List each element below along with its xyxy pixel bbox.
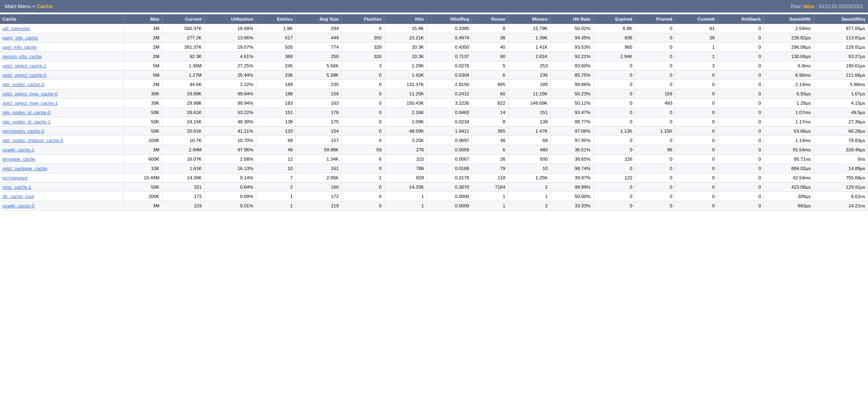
cell-utilization: 48.30%	[204, 117, 256, 127]
cell-name[interactable]: xowiki_cache-0	[0, 201, 123, 211]
cell-avg_size: 235	[296, 80, 341, 89]
cell-misses: 2	[508, 201, 550, 211]
cache-link[interactable]: ns:memoize	[2, 175, 28, 180]
cell-rollback: 0	[717, 99, 764, 108]
cache-link[interactable]: misc_cache-1	[2, 185, 31, 189]
cell-name[interactable]: template_cache	[0, 155, 123, 164]
cell-hits: 2.16K	[384, 108, 426, 117]
cell-name[interactable]: xotcl_package_cache	[0, 164, 123, 173]
cell-reuse: 365	[472, 127, 508, 136]
cell-hit_rate: 99.99%	[551, 183, 594, 192]
cell-name[interactable]: xotcl_object_cache-1	[0, 61, 123, 71]
cell-max: 10K	[123, 164, 162, 173]
cache-link[interactable]: xotcl_object_cache-1	[2, 63, 46, 68]
cell-reuse: 48	[472, 136, 508, 145]
col-utilization: Utilization	[204, 14, 256, 24]
cell-pruned: 0	[635, 155, 675, 164]
cell-name[interactable]: party_info_cache	[0, 33, 123, 43]
cell-name[interactable]: xowiki_cache-1	[0, 145, 123, 155]
cache-table-container: Cache Max Current Utilization Entries Av…	[0, 13, 868, 212]
cache-link[interactable]: xotcl_package_cache	[2, 166, 48, 171]
cell-name[interactable]: user_info_cache	[0, 43, 123, 52]
cell-name[interactable]: site_nodes_children_cache-0	[0, 136, 123, 145]
cell-reuse: 6	[472, 145, 508, 155]
cell-name[interactable]: site_nodes_id_cache-0	[0, 108, 123, 117]
cell-hits_req: 3.2236	[427, 99, 472, 108]
cell-flushes: 0	[341, 99, 384, 108]
cell-max: 100K	[123, 136, 162, 145]
cell-saved_req: 14.21ns	[813, 201, 868, 211]
cache-link[interactable]: site_nodes_children_cache-0	[2, 138, 63, 143]
cell-name[interactable]: xotcl_object_type_cache-1	[0, 99, 123, 108]
cell-name[interactable]: permission_cache-0	[0, 127, 123, 136]
cache-link[interactable]: xotcl_object_cache-0	[2, 73, 46, 77]
cache-link[interactable]: site_nodes_id_cache-0	[2, 110, 50, 115]
cell-expired: 0	[593, 80, 635, 89]
cell-commit: 61	[675, 24, 717, 33]
cache-link[interactable]: db_cache_pool	[2, 194, 34, 199]
cache-link[interactable]: site_nodes_cache-0	[2, 82, 44, 87]
cell-name[interactable]: misc_cache-1	[0, 183, 123, 192]
cell-saved_hit: 2.59ms	[764, 24, 813, 33]
cell-current: 29.98K	[162, 99, 204, 108]
cell-reuse: 5	[472, 61, 508, 71]
cell-name[interactable]: db_cache_pool	[0, 192, 123, 201]
cell-name[interactable]: util_memoize	[0, 24, 123, 33]
col-saved-hit: Saved/Hit	[764, 14, 813, 24]
table-row: site_nodes_cache-02M44.5K2.22%1892350131…	[0, 80, 868, 89]
cell-reuse: 118	[472, 173, 508, 183]
cache-link[interactable]: xowiki_cache-1	[2, 147, 35, 152]
cell-saved_req: 66.28μs	[813, 127, 868, 136]
cell-hit_rate: 85.75%	[551, 71, 594, 80]
cell-expired: 0	[593, 201, 635, 211]
cell-saved_hit: 1.13ms	[764, 136, 813, 145]
cache-link[interactable]: site_nodes_id_cache-1	[2, 119, 50, 124]
cell-max: 50K	[123, 183, 162, 192]
cell-expired: 0	[593, 89, 635, 99]
cache-link[interactable]: xowiki_cache-0	[2, 203, 35, 208]
cell-name[interactable]: xotcl_object_cache-0	[0, 71, 123, 80]
cell-utilization: 27.25%	[204, 61, 256, 71]
cache-link[interactable]: util_memoize	[2, 26, 30, 31]
cell-utilization: 0.14%	[204, 173, 256, 183]
cell-hits_req: 0.2412	[427, 89, 472, 99]
cell-rollback: 0	[717, 52, 764, 61]
cell-entries: 505	[256, 43, 295, 52]
cache-link[interactable]: xotcl_object_type_cache-1	[2, 101, 58, 105]
cell-name[interactable]: site_nodes_id_cache-1	[0, 117, 123, 127]
cache-link[interactable]: xotcl_object_type_cache-0	[2, 91, 58, 96]
cell-name[interactable]: xotcl_object_type_cache-0	[0, 89, 123, 99]
cell-expired: 836	[593, 33, 635, 43]
table-row: xotcl_object_type_cache-030K29.89K99.64%…	[0, 89, 868, 99]
cell-commit: 0	[675, 192, 717, 201]
table-header-row: Cache Max Current Utilization Entries Av…	[0, 14, 868, 24]
cell-commit: 0	[675, 164, 717, 173]
cell-expired: 226	[593, 155, 635, 164]
cell-name[interactable]: site_nodes_cache-0	[0, 80, 123, 89]
table-row: xotcl_object_type_cache-130K29.98K99.94%…	[0, 99, 868, 108]
cell-hit_rate: 50.02%	[551, 24, 594, 33]
cache-link[interactable]: user_info_cache	[2, 45, 37, 50]
cell-avg_size: 157	[296, 136, 341, 145]
cache-link[interactable]: person_info_cache	[2, 54, 42, 59]
cell-hits: 1	[384, 201, 426, 211]
cell-flushes: 0	[341, 183, 384, 192]
cell-name[interactable]: ns:memoize	[0, 173, 123, 183]
cell-avg_size: 154	[296, 127, 341, 136]
cache-link[interactable]: permission_cache-0	[2, 129, 44, 133]
cell-pruned: 0	[635, 52, 675, 61]
cell-utilization: 2.68%	[204, 155, 256, 164]
cell-hits: 11.25K	[384, 89, 426, 99]
cell-saved_req: 4.15μs	[813, 99, 868, 108]
cell-max: 50K	[123, 127, 162, 136]
cell-reuse: 90	[472, 52, 508, 61]
cell-max: 200K	[123, 192, 162, 201]
cache-link[interactable]: template_cache	[2, 157, 35, 161]
cell-hit_rate: 36.51%	[551, 145, 594, 155]
cell-name[interactable]: person_info_cache	[0, 52, 123, 61]
cell-misses: 15.79K	[508, 24, 550, 33]
cache-link[interactable]: party_info_cache	[2, 35, 38, 40]
cell-current: 391.37K	[162, 43, 204, 52]
cell-saved_hit: 6.96ms	[764, 71, 813, 80]
cell-hits: 20.3K	[384, 43, 426, 52]
